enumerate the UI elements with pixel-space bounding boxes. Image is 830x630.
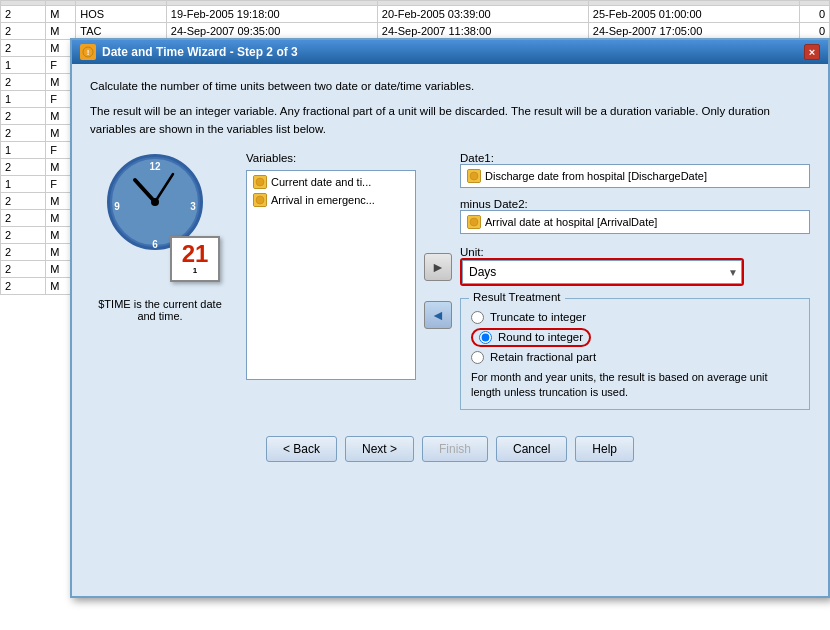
dialog-titlebar: ! Date and Time Wizard - Step 2 of 3 × bbox=[72, 40, 828, 64]
cell-id: 1 bbox=[1, 142, 46, 159]
date2-group: minus Date2: Arrival date at hospital [A… bbox=[460, 196, 810, 234]
cell-name: TAC bbox=[76, 23, 166, 40]
help-button[interactable]: Help bbox=[575, 436, 634, 462]
cell-id: 1 bbox=[1, 91, 46, 108]
variable-label-2: Arrival in emergenc... bbox=[271, 194, 375, 206]
table-row: 2 M HOS 19-Feb-2005 19:18:00 20-Feb-2005… bbox=[1, 6, 830, 23]
unit-label: Unit: bbox=[460, 246, 810, 258]
radio-round-input[interactable] bbox=[479, 331, 492, 344]
arrows-section: ► ◄ bbox=[424, 152, 452, 410]
cell-id: 2 bbox=[1, 23, 46, 40]
variables-label: Variables: bbox=[246, 152, 416, 164]
cell-id: 2 bbox=[1, 6, 46, 23]
unit-group: Unit: Days Hours Minutes Seconds Weeks M… bbox=[460, 246, 810, 286]
date1-label: Date1: bbox=[460, 152, 810, 164]
variable-item-1[interactable]: Current date and ti... bbox=[249, 173, 413, 191]
table-row: 2 M TAC 24-Sep-2007 09:35:00 24-Sep-2007… bbox=[1, 23, 830, 40]
variables-listbox[interactable]: Current date and ti... Arrival in emerge… bbox=[246, 170, 416, 380]
cell-sex: M bbox=[46, 6, 76, 23]
result-treatment-legend: Result Treatment bbox=[469, 291, 565, 303]
cell-date1: 19-Feb-2005 19:18:00 bbox=[166, 6, 377, 23]
cell-id: 2 bbox=[1, 125, 46, 142]
calendar-sub: 1 bbox=[193, 266, 197, 275]
cell-num: 0 bbox=[799, 23, 829, 40]
calendar-block: 21 1 bbox=[170, 236, 220, 282]
date1-value: Discharge date from hospital [DischargeD… bbox=[485, 170, 707, 182]
svg-text:9: 9 bbox=[114, 200, 120, 211]
variable-item-2[interactable]: Arrival in emergenc... bbox=[249, 191, 413, 209]
cell-date3: 24-Sep-2007 17:05:00 bbox=[588, 23, 799, 40]
dialog: ! Date and Time Wizard - Step 2 of 3 × C… bbox=[70, 38, 830, 598]
svg-point-12 bbox=[256, 178, 264, 186]
variable-label-1: Current date and ti... bbox=[271, 176, 371, 188]
clock-calendar-image: 12 3 6 9 21 1 bbox=[95, 152, 225, 282]
dialog-icon: ! bbox=[80, 44, 96, 60]
back-button[interactable]: < Back bbox=[266, 436, 337, 462]
cell-id: 1 bbox=[1, 176, 46, 193]
svg-point-16 bbox=[470, 172, 478, 180]
cell-id: 2 bbox=[1, 74, 46, 91]
close-button[interactable]: × bbox=[804, 44, 820, 60]
cancel-button[interactable]: Cancel bbox=[496, 436, 567, 462]
cell-id: 2 bbox=[1, 227, 46, 244]
radio-retain: Retain fractional part bbox=[471, 351, 799, 364]
cell-id: 2 bbox=[1, 278, 46, 295]
minus-date2-label: minus Date2: bbox=[460, 198, 810, 210]
result-note: For month and year units, the result is … bbox=[471, 370, 799, 401]
dialog-footer: < Back Next > Finish Cancel Help bbox=[72, 424, 828, 474]
time-note: $TIME is the current date and time. bbox=[90, 298, 230, 322]
cell-sex: M bbox=[46, 23, 76, 40]
svg-point-18 bbox=[470, 218, 478, 226]
arrow-left-button[interactable]: ◄ bbox=[424, 301, 452, 329]
dialog-content: 12 3 6 9 21 1 bbox=[90, 152, 810, 410]
finish-button[interactable]: Finish bbox=[422, 436, 488, 462]
dialog-description2: The result will be an integer variable. … bbox=[90, 103, 810, 138]
middle-section: Variables: Current date and ti... bbox=[246, 152, 810, 410]
var-icon-2 bbox=[253, 193, 267, 207]
date1-var-icon bbox=[467, 169, 481, 183]
round-highlight: Round to integer bbox=[471, 328, 591, 347]
radio-truncate-label: Truncate to integer bbox=[490, 311, 586, 323]
svg-point-10 bbox=[151, 198, 159, 206]
cell-id: 2 bbox=[1, 244, 46, 261]
arrow-right-button[interactable]: ► bbox=[424, 253, 452, 281]
svg-text:12: 12 bbox=[149, 160, 161, 171]
radio-truncate: Truncate to integer bbox=[471, 311, 799, 324]
cell-name: HOS bbox=[76, 6, 166, 23]
date2-field: Arrival date at hospital [ArrivalDate] bbox=[460, 210, 810, 234]
cell-id: 2 bbox=[1, 210, 46, 227]
date2-var-icon bbox=[467, 215, 481, 229]
clock-area: 12 3 6 9 21 1 bbox=[90, 152, 230, 410]
cell-date2: 20-Feb-2005 03:39:00 bbox=[377, 6, 588, 23]
var-icon-1 bbox=[253, 175, 267, 189]
calendar-number: 21 bbox=[182, 242, 209, 266]
cell-id: 2 bbox=[1, 193, 46, 210]
cell-id: 1 bbox=[1, 57, 46, 74]
cell-id: 2 bbox=[1, 40, 46, 57]
dialog-body: Calculate the number of time units betwe… bbox=[72, 64, 828, 424]
titlebar-left: ! Date and Time Wizard - Step 2 of 3 bbox=[80, 44, 298, 60]
result-treatment-group: Result Treatment Truncate to integer Rou… bbox=[460, 298, 810, 410]
cell-id: 2 bbox=[1, 159, 46, 176]
date1-field: Discharge date from hospital [DischargeD… bbox=[460, 164, 810, 188]
cell-date1: 24-Sep-2007 09:35:00 bbox=[166, 23, 377, 40]
cell-date3: 25-Feb-2005 01:00:00 bbox=[588, 6, 799, 23]
dialog-title: Date and Time Wizard - Step 2 of 3 bbox=[102, 45, 298, 59]
radio-retain-label: Retain fractional part bbox=[490, 351, 596, 363]
cell-id: 2 bbox=[1, 108, 46, 125]
svg-text:!: ! bbox=[87, 48, 90, 57]
radio-round-label: Round to integer bbox=[498, 331, 583, 343]
date2-value: Arrival date at hospital [ArrivalDate] bbox=[485, 216, 657, 228]
unit-select-wrapper: Days Hours Minutes Seconds Weeks Months … bbox=[460, 258, 744, 286]
radio-truncate-input[interactable] bbox=[471, 311, 484, 324]
next-button[interactable]: Next > bbox=[345, 436, 414, 462]
cell-date2: 24-Sep-2007 11:38:00 bbox=[377, 23, 588, 40]
svg-text:6: 6 bbox=[152, 238, 158, 249]
svg-text:3: 3 bbox=[190, 200, 196, 211]
date1-group: Date1: Discharge date from hospital [Dis… bbox=[460, 152, 810, 188]
right-section: Date1: Discharge date from hospital [Dis… bbox=[460, 152, 810, 410]
radio-retain-input[interactable] bbox=[471, 351, 484, 364]
dialog-description1: Calculate the number of time units betwe… bbox=[90, 78, 810, 95]
variables-section: Variables: Current date and ti... bbox=[246, 152, 416, 410]
unit-select[interactable]: Days Hours Minutes Seconds Weeks Months … bbox=[462, 260, 742, 284]
